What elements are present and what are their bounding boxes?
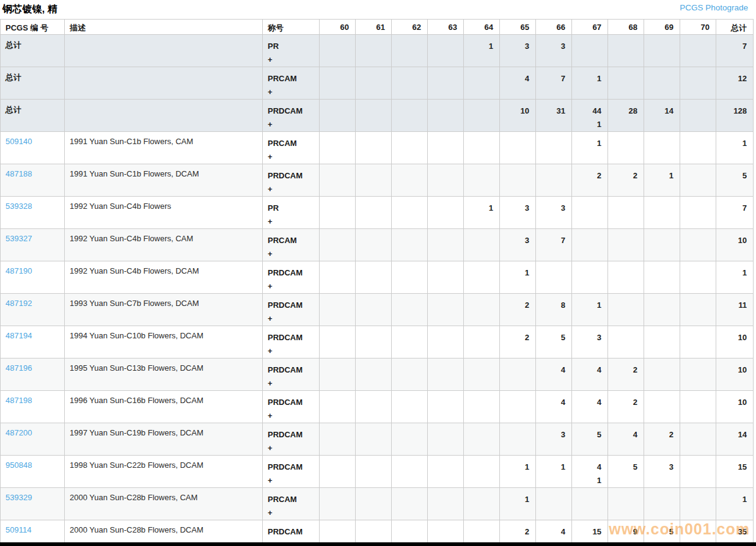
pcgs-number-link[interactable]: 487192 [6,299,32,308]
pcgs-number-link[interactable]: 487196 [6,363,32,373]
grade-count-cell [320,100,356,132]
grade-count-cell [428,326,464,359]
grade-count-cell [392,35,428,67]
pcgs-number-link[interactable]: 509114 [6,525,31,534]
pcgs-number-link[interactable]: 950848 [6,460,32,470]
grade-count-cell [392,391,428,423]
designation-label: PR [268,40,314,53]
table-row: 5393271992 Yuan Sun-C4b Flowers, CAMPRCA… [1,229,754,261]
grade-count-cell [536,261,572,294]
designation-cell: PRDCAM+ [263,326,320,359]
grade-count-cell [464,391,500,423]
grade-count-cell [356,261,392,294]
designation-label: PRDCAM [268,266,314,280]
grade-count-cell [572,197,608,229]
grade-count-cell [428,229,464,261]
description-cell: 1991 Yuan Sun-C1b Flowers, CAM [65,132,263,164]
pcgs-number-cell: 487194 [1,326,65,359]
grade-count-cell: 28 [608,100,644,132]
table-row: 5393292000 Yuan Sun-C28b Flowers, CAMPRC… [1,488,754,520]
grade-count-cell [572,488,608,520]
column-header: 总计 [716,20,754,35]
grade-count-cell [500,391,536,423]
grade-count-cell [428,456,464,488]
grade-count-cell: 4 [572,391,608,423]
designation-plus-label: + [268,215,314,228]
count-value: 5 [649,525,673,539]
grade-count-cell [500,164,536,197]
grade-count-cell: 2 [644,423,680,456]
grade-count-cell [320,132,356,164]
count-value: 1 [505,266,529,280]
count-value: 1 [577,118,601,131]
grade-count-cell [464,456,500,488]
grade-count-cell [428,359,464,391]
count-value: 12 [721,72,747,86]
designation-cell: PRCAM+ [263,488,320,520]
pcgs-number-link[interactable]: 487188 [6,169,32,178]
grade-count-cell [356,229,392,261]
grade-count-cell: 1 [572,132,608,164]
grade-count-cell: 2 [608,359,644,391]
designation-cell: PRDCAM+ [263,391,320,423]
pcgs-number-link[interactable]: 487198 [6,396,32,405]
pcgs-number-link[interactable]: 539327 [6,234,32,243]
grade-count-cell [464,100,500,132]
grade-count-cell [320,294,356,326]
count-value: 2 [505,299,529,312]
description-cell: 1991 Yuan Sun-C1b Flowers, DCAM [65,164,263,197]
count-value: 4 [541,363,565,377]
grade-count-cell [392,164,428,197]
bottom-edge-bar [0,542,756,546]
row-total-cell: 7 [716,197,754,229]
grade-count-cell [464,423,500,456]
count-value: 35 [721,525,747,539]
grade-count-cell [320,391,356,423]
pcgs-number-link[interactable]: 487200 [6,428,32,437]
count-value: 2 [577,169,601,183]
grade-count-cell [356,423,392,456]
pcgs-number-link[interactable]: 539329 [6,493,32,502]
count-value: 2 [505,525,529,539]
grade-count-cell: 41 [572,456,608,488]
count-value: 5 [577,428,601,442]
grade-count-cell [320,488,356,520]
designation-cell: PRDCAM+ [263,423,320,456]
pcgs-number-link[interactable]: 539328 [6,202,32,211]
pcgs-number-link[interactable]: 487190 [6,266,32,275]
total-label-cell: 总计 [1,35,65,67]
grade-count-cell [608,35,644,67]
grade-count-cell [320,229,356,261]
row-total-cell: 15 [716,456,754,488]
pcgs-number-link[interactable]: 487194 [6,331,32,340]
grade-count-cell [464,488,500,520]
grade-count-cell [680,132,716,164]
designation-cell: PRCAM+ [263,132,320,164]
table-row: 4871961995 Yuan Sun-C13b Flowers, DCAMPR… [1,359,754,391]
grade-count-cell [608,294,644,326]
pcgs-photograde-link[interactable]: PCGS Photograde [680,3,750,12]
row-total-cell: 10 [716,359,754,391]
count-value: 14 [649,104,673,118]
grade-count-cell: 4 [608,423,644,456]
pcgs-number-link[interactable]: 509140 [6,137,32,146]
table-row: 4871901992 Yuan Sun-C4b Flowers, DCAMPRD… [1,261,754,294]
row-total-cell: 1 [716,488,754,520]
grade-count-cell [608,67,644,100]
count-value: 7 [541,234,565,247]
grade-count-cell [356,391,392,423]
grade-count-cell [680,229,716,261]
grade-count-cell [464,67,500,100]
grade-count-cell [644,67,680,100]
total-row: 总计PRCAM+47112 [1,67,754,100]
pcgs-number-cell: 539329 [1,488,65,520]
count-value: 3 [505,202,529,215]
grade-count-cell: 2 [572,164,608,197]
designation-plus-label: + [268,312,314,326]
designation-plus-label: + [268,247,314,261]
grade-count-cell [536,164,572,197]
grade-count-cell [392,294,428,326]
grade-count-cell [608,229,644,261]
grade-count-cell: 2 [608,391,644,423]
grade-count-cell: 4 [500,67,536,100]
